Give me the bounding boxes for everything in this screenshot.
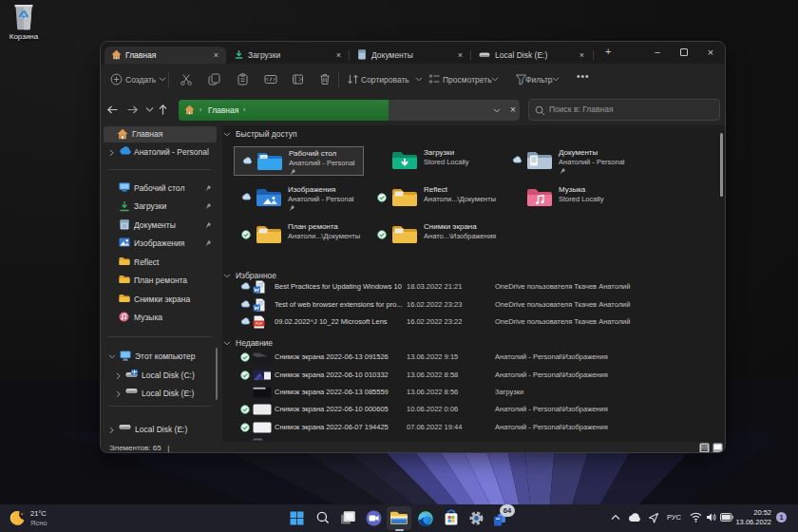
svg-text:PDF: PDF: [256, 322, 263, 326]
